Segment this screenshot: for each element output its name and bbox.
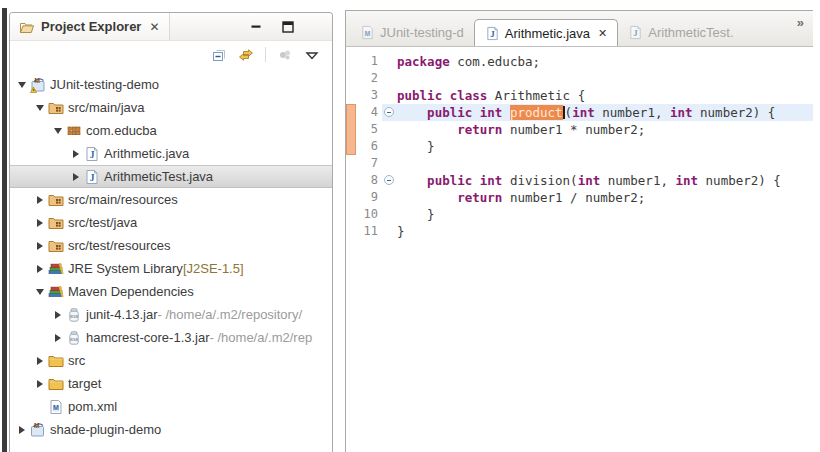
tree-item-src-main-resources[interactable]: src/main/resources — [10, 188, 332, 211]
code-token — [502, 105, 510, 120]
tree-item-junit-testing-demo[interactable]: M JUnit-testing-demo — [10, 73, 332, 96]
code-text[interactable]: package com.educba; — [397, 53, 813, 70]
chevron-right-icon — [55, 334, 61, 342]
tree-item-com-educba[interactable]: com.educba — [10, 119, 332, 142]
tab-overflow-chevron-icon[interactable]: » — [797, 11, 807, 30]
explorer-view-title: Project Explorer — [41, 19, 141, 34]
link-with-editor-icon[interactable] — [238, 47, 254, 63]
tree-item-arithmetic-java[interactable]: JArithmetic.java — [10, 142, 332, 165]
collapse-all-icon[interactable] — [211, 47, 227, 63]
code-text[interactable] — [397, 155, 813, 172]
keyword-token: public — [397, 88, 442, 103]
tree-item-qualifier: - /home/a/.m2/repository/ — [158, 307, 303, 322]
editor-tabbar: MJUnit-testing-d JArithmetic.java✕ JArit… — [346, 11, 813, 47]
tree-item-src[interactable]: src — [10, 349, 332, 372]
code-text[interactable]: } — [397, 223, 813, 240]
code-token: number1 / number2; — [502, 190, 645, 205]
chevron-right-icon[interactable] — [32, 380, 47, 388]
code-text[interactable]: } — [397, 206, 813, 223]
explorer-view-tab[interactable]: Project Explorer ✕ — [10, 13, 170, 40]
svg-text:J: J — [90, 150, 95, 160]
chevron-down-icon[interactable] — [32, 105, 47, 111]
code-token: } — [397, 207, 435, 222]
code-line-8[interactable]: 8 public int division(int number1, int n… — [346, 172, 813, 189]
annotation-ruler — [346, 70, 356, 87]
tree-item-junit-4-13-jar[interactable]: 010junit-4.13.jar - /home/a/.m2/reposito… — [10, 303, 332, 326]
view-menu-icon[interactable] — [304, 47, 320, 63]
code-line-1[interactable]: 1package com.educba; — [346, 53, 813, 70]
annotation-ruler — [346, 53, 356, 70]
collapse-icon[interactable] — [384, 107, 394, 117]
tree-item-src-test-resources[interactable]: src/test/resources — [10, 234, 332, 257]
code-token: number1, — [600, 173, 675, 188]
tree-item-pom-xml[interactable]: Mpom.xml — [10, 395, 332, 418]
m-file-icon: M — [360, 25, 375, 40]
maximize-icon[interactable] — [280, 19, 296, 35]
chevron-right-icon — [37, 219, 43, 227]
jar-icon: 010 — [66, 330, 82, 346]
code-text[interactable]: } — [397, 138, 813, 155]
code-line-6[interactable]: 6 } — [346, 138, 813, 155]
code-line-7[interactable]: 7 — [346, 155, 813, 172]
chevron-right-icon[interactable] — [50, 334, 65, 342]
chevron-right-icon[interactable] — [32, 357, 47, 365]
chevron-right-icon — [73, 173, 79, 181]
svg-text:010: 010 — [70, 336, 78, 341]
code-text[interactable]: return number1 * number2; — [397, 121, 813, 138]
code-text[interactable]: public int product(int number1, int numb… — [397, 104, 813, 121]
close-icon[interactable]: ✕ — [149, 20, 159, 34]
code-text[interactable]: public class Arithmetic { — [397, 87, 813, 104]
code-line-11[interactable]: 11} — [346, 223, 813, 240]
code-token — [472, 105, 480, 120]
code-line-4[interactable]: 4 public int product(int number1, int nu… — [346, 104, 813, 121]
chevron-right-icon — [19, 426, 25, 434]
keyword-token: int — [670, 105, 693, 120]
chevron-right-icon[interactable] — [32, 242, 47, 250]
keyword-token: int — [480, 173, 503, 188]
line-number: 5 — [356, 121, 382, 138]
tree-item-label: pom.xml — [68, 399, 117, 414]
chevron-right-icon[interactable] — [14, 426, 29, 434]
editor-tab-junit-testing-d[interactable]: MJUnit-testing-d — [350, 19, 474, 46]
chevron-right-icon[interactable] — [68, 173, 83, 181]
chevron-right-icon — [73, 150, 79, 158]
java-file-icon: J — [485, 26, 500, 41]
close-icon[interactable]: ✕ — [598, 27, 607, 40]
tree-item-maven-dependencies[interactable]: Maven Dependencies — [10, 280, 332, 303]
tree-item-arithmetictest-java[interactable]: JArithmeticTest.java — [10, 165, 332, 188]
tree-item-label: ArithmeticTest.java — [104, 169, 213, 184]
chevron-down-icon[interactable] — [50, 128, 65, 134]
code-text[interactable]: public int division(int number1, int num… — [397, 172, 813, 189]
keyword-token: int — [675, 173, 698, 188]
chevron-down-icon[interactable] — [32, 289, 47, 295]
collapse-icon[interactable] — [384, 175, 394, 185]
chevron-right-icon[interactable] — [32, 196, 47, 204]
editor-tab-arithmetic-java[interactable]: JArithmetic.java✕ — [474, 19, 618, 46]
editor-tab-arithmetictest[interactable]: JArithmeticTest. — [618, 19, 743, 46]
focus-icon[interactable] — [277, 47, 293, 63]
chevron-right-icon — [55, 311, 61, 319]
code-line-5[interactable]: 5 return number1 * number2; — [346, 121, 813, 138]
chevron-right-icon[interactable] — [32, 265, 47, 273]
chevron-right-icon[interactable] — [68, 150, 83, 158]
code-editor[interactable]: 1package com.educba;23public class Arith… — [346, 47, 813, 240]
code-line-3[interactable]: 3public class Arithmetic { — [346, 87, 813, 104]
tree-item-src-test-java[interactable]: src/test/java — [10, 211, 332, 234]
explorer-toolbar — [10, 41, 332, 68]
tree-item-shade-plugin-demo[interactable]: Mshade-plugin-demo — [10, 418, 332, 441]
tree-item-target[interactable]: target — [10, 372, 332, 395]
code-text[interactable]: return number1 / number2; — [397, 189, 813, 206]
minimize-icon[interactable] — [248, 19, 264, 35]
code-line-9[interactable]: 9 return number1 / number2; — [346, 189, 813, 206]
chevron-down-icon[interactable] — [14, 82, 29, 88]
tree-item-jre-system-library[interactable]: JRE System Library [J2SE-1.5] — [10, 257, 332, 280]
tree-item-hamcrest-core-1-3-jar[interactable]: 010hamcrest-core-1.3.jar - /home/a/.m2/r… — [10, 326, 332, 349]
chevron-right-icon[interactable] — [50, 311, 65, 319]
code-line-2[interactable]: 2 — [346, 70, 813, 87]
src-folder-icon — [48, 215, 64, 231]
chevron-right-icon[interactable] — [32, 219, 47, 227]
code-text[interactable] — [397, 70, 813, 87]
code-line-10[interactable]: 10 } — [346, 206, 813, 223]
explorer-header: Project Explorer ✕ — [10, 13, 332, 41]
tree-item-src-main-java[interactable]: src/main/java — [10, 96, 332, 119]
